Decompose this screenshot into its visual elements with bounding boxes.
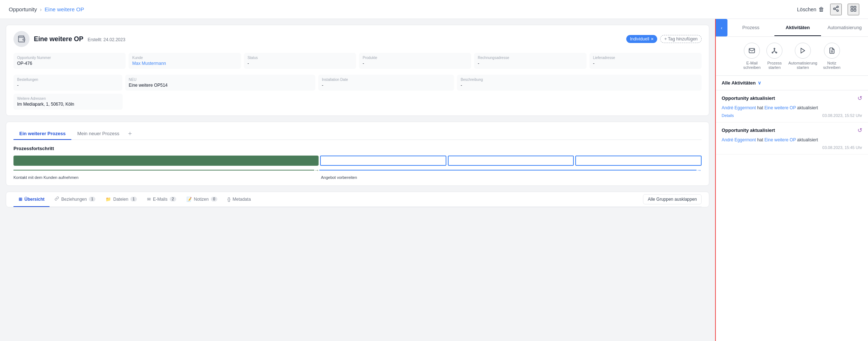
field-rechnungsadresse: Rechnungsadresse - [474,53,586,69]
code-icon: {} [228,197,230,202]
fields-combined-row: Bestellungen - NEU Eine weitere OP514 In… [13,75,702,91]
svg-point-2 [837,10,839,12]
svg-point-0 [837,6,839,8]
activity-icons-row: E-Mailschreiben Prozessstarten Automatis… [716,37,868,76]
activity-2-author-link[interactable]: André Eggermont [722,137,756,142]
process-tab-2[interactable]: Mein neuer Prozess [71,128,125,140]
record-card: Eine weitere OP Erstellt: 24.02.2023 Ind… [6,25,709,116]
tab-dateien[interactable]: 📁 Dateien 1 [100,192,142,207]
automatisierung-starten-label: Automatisierungstarten [788,61,817,70]
process-section-title: Prozessfortschritt [13,146,702,151]
notiz-schreiben-button[interactable]: Notizschreiben [823,43,841,70]
panel-collapse-button[interactable]: ‹ [716,19,727,36]
all-activities-header: Alle Aktivitäten ∨ [716,76,868,90]
all-activities-chevron[interactable]: ∨ [758,80,761,86]
record-icon [13,31,29,47]
progress-bar-empty-1 [320,156,446,166]
emails-badge: 2 [170,197,176,201]
field-produkte: Produkte - [359,53,471,69]
left-panel: Eine weitere OP Erstellt: 24.02.2023 Ind… [0,19,715,341]
folder-icon: 📁 [106,197,111,202]
field-opportunity-nummer: Opportunity Nummer OP-476 [13,53,126,69]
right-panel-header: ‹ Prozess Aktivitäten Automatisierung [716,19,868,37]
tab-prozess[interactable]: Prozess [727,20,774,36]
tab-beziehungen[interactable]: Beziehungen 1 [50,192,100,207]
activity-1-details-label[interactable]: Details [722,113,734,118]
progress-arrows: → → [13,167,702,173]
breadcrumb-current[interactable]: Eine weitere OP [45,6,84,12]
tab-notizen[interactable]: 📝 Notizen 0 [181,192,222,207]
main-layout: Eine weitere OP Erstellt: 24.02.2023 Ind… [0,19,868,341]
automatisierung-starten-button[interactable]: Automatisierungstarten [788,43,817,70]
add-process-tab-button[interactable]: + [128,130,132,138]
svg-point-12 [776,52,777,53]
svg-rect-9 [749,48,755,53]
all-activities-label: Alle Aktivitäten [722,80,755,86]
activity-1-title: Opportunity aktualisiert [722,95,775,101]
svg-rect-5 [851,6,853,8]
tab-ubersicht[interactable]: ⊞ Übersicht [13,192,50,207]
process-card: Ein weiterer Prozess Mein neuer Prozess … [6,122,709,186]
individuell-tag[interactable]: Individuell × [626,35,658,43]
svg-rect-7 [851,9,853,11]
beziehungen-badge: 1 [89,197,95,201]
step2-label: Angebot vorbereiten [321,175,702,180]
breadcrumb-root[interactable]: Opportunity [9,6,37,12]
activity-item-2-header: Opportunity aktualisiert ↺ [722,127,862,134]
activity-2-refresh-icon[interactable]: ↺ [857,127,862,134]
activity-item-2: Opportunity aktualisiert ↺ André Eggermo… [716,122,868,154]
expand-all-button[interactable]: Alle Gruppen ausklappen [643,194,702,204]
share-icon [833,5,839,13]
tab-aktivitaten[interactable]: Aktivitäten [774,20,821,36]
step1-label: Kontakt mit dem Kunden aufnehmen [13,175,318,180]
field-neu: NEU Eine weitere OP514 [125,75,315,91]
tag-close-icon[interactable]: × [651,36,654,42]
activity-2-subject-link[interactable]: Eine weitere OP [764,137,796,142]
tab-emails[interactable]: ✉ E-Mails 2 [142,192,181,207]
activity-1-meta: Details 03.08.2023, 15:52 Uhr [722,113,862,118]
record-created: Erstellt: 24.02.2023 [88,37,125,42]
activity-1-subject-link[interactable]: Eine weitere OP [764,105,796,110]
tab-automatisierung[interactable]: Automatisierung [821,20,868,36]
svg-line-3 [835,9,837,10]
grid-button[interactable] [848,4,859,15]
arrow-step1: → [13,167,319,173]
add-tag-button[interactable]: + Tag hinzufügen [660,35,702,43]
prozess-starten-button[interactable]: Prozessstarten [766,43,782,70]
activity-1-timestamp: 03.08.2023, 15:52 Uhr [822,113,862,118]
progress-step-2 [320,156,702,166]
notiz-schreiben-icon-circle [824,43,840,59]
field-installation-date: Installation Date - [318,75,454,91]
svg-marker-13 [801,48,805,53]
email-schreiben-button[interactable]: E-Mailschreiben [743,43,761,70]
kunde-link[interactable]: Max Mustermann [132,61,237,66]
record-header: Eine weitere OP Erstellt: 24.02.2023 Ind… [13,31,702,47]
field-bestellungen: Bestellungen - [13,75,122,91]
breadcrumb-separator: › [40,6,42,12]
activity-2-meta: 03.08.2023, 15:45 Uhr [722,145,862,150]
note-icon: 📝 [186,197,192,202]
progress-bar-empty-3 [575,156,702,166]
activity-2-title: Opportunity aktualisiert [722,128,775,133]
field-beschreibung: Beschreibung - [457,75,702,91]
progress-bar-filled [13,156,319,166]
progress-bar-row [13,156,702,166]
svg-rect-6 [854,6,856,8]
process-tab-1[interactable]: Ein weiterer Prozess [13,128,71,140]
arrow-step2: → [319,167,702,173]
progress-step-1 [13,156,319,166]
prozess-starten-label: Prozessstarten [767,61,782,70]
delete-button[interactable]: Löschen 🗑 [797,6,824,13]
link-icon [55,196,59,202]
activity-list: Opportunity aktualisiert ↺ André Eggermo… [716,90,868,341]
tab-metadata[interactable]: {} Metadata [222,192,256,207]
right-tabs: ‹ Prozess Aktivitäten Automatisierung [716,19,868,36]
activity-1-author-link[interactable]: André Eggermont [722,105,756,110]
field-lieferadresse: Lieferadresse - [589,53,702,69]
activity-1-refresh-icon[interactable]: ↺ [857,95,862,102]
record-title-block: Eine weitere OP Erstellt: 24.02.2023 [34,35,125,43]
share-button[interactable] [830,4,842,15]
activity-item-1: Opportunity aktualisiert ↺ André Eggermo… [716,90,868,122]
field-weitere-adressen: Weitere Adressen Im Mediapark, 1, 50670,… [13,94,123,110]
process-tabs: Ein weiterer Prozess Mein neuer Prozess … [13,128,702,140]
